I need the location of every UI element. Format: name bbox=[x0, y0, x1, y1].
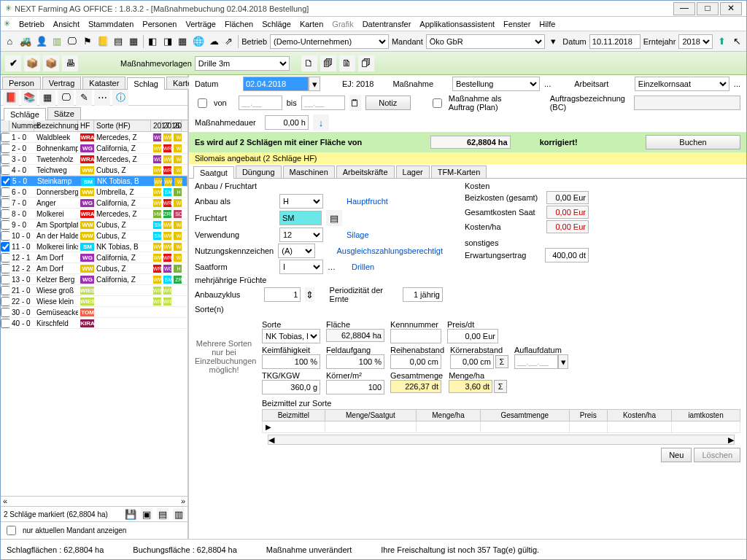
close-button[interactable]: ✕ bbox=[720, 2, 742, 15]
share-icon[interactable]: ⇗ bbox=[223, 34, 236, 50]
menu-flaechen[interactable]: Flächen bbox=[225, 20, 253, 28]
koernerabstand-input[interactable] bbox=[450, 354, 494, 369]
subtab-schlaege[interactable]: Schläge bbox=[4, 108, 46, 120]
auftrag-checkbox[interactable] bbox=[433, 98, 442, 108]
tab-arbeitskraefte[interactable]: Arbeitskräfte bbox=[336, 166, 395, 178]
drillen-link[interactable]: Drillen bbox=[352, 262, 374, 271]
beizmittel-table[interactable]: Beizmittel Menge/Saatgut Menge/ha Gesamt… bbox=[262, 409, 740, 433]
koernerm2-input[interactable] bbox=[326, 380, 384, 394]
tab-tfmkarten[interactable]: TFM-Karten bbox=[431, 166, 487, 178]
nutz-select[interactable]: (A) bbox=[278, 244, 315, 258]
sorte-select[interactable]: NK Tobias, B bbox=[262, 329, 320, 343]
layout2-icon[interactable]: ◨ bbox=[161, 34, 174, 50]
new-doc-icon[interactable]: 🗋 bbox=[301, 55, 317, 71]
tab-saatgut[interactable]: Saatgut bbox=[193, 166, 234, 179]
display-icon[interactable]: 🖵 bbox=[58, 90, 74, 106]
date-picker-icon[interactable]: ▾ bbox=[309, 77, 320, 91]
notiz-button[interactable]: Notiz bbox=[365, 96, 411, 110]
home-icon[interactable]: ⌂ bbox=[4, 34, 16, 50]
col-nummer[interactable]: Nummer bbox=[9, 120, 34, 131]
periodizitaet-input[interactable] bbox=[403, 287, 443, 302]
ausgleich-link[interactable]: Ausgleichszahlungsberechtigt bbox=[336, 246, 443, 255]
col-beizmittel[interactable]: Beizmittel bbox=[263, 410, 325, 421]
maximize-button[interactable]: □ bbox=[697, 2, 719, 15]
erwartung-input[interactable] bbox=[545, 248, 589, 262]
verwendung-select[interactable]: 12 bbox=[279, 228, 323, 242]
keim-input[interactable] bbox=[262, 354, 320, 369]
table-row[interactable]: 2 - 0BohnenkampWGCalifornia, ZWWWRAW bbox=[1, 143, 187, 154]
row-checkbox[interactable] bbox=[1, 166, 9, 175]
cloud-icon[interactable]: ☁ bbox=[208, 34, 220, 50]
feldaufgang-input[interactable] bbox=[326, 354, 384, 369]
table-row[interactable]: 22 - 0Wiese kleinWIESWIESWIES bbox=[1, 296, 187, 307]
col-2016[interactable]: 2016 bbox=[161, 120, 171, 131]
silage-link[interactable]: Silage bbox=[347, 230, 369, 239]
save-icon[interactable]: 💾 bbox=[125, 508, 136, 520]
table-row[interactable]: 40 - 0KirschfeldKIRA bbox=[1, 318, 187, 329]
kennnummer-input[interactable] bbox=[390, 329, 441, 343]
col-gesamtmenge[interactable]: Gesamtmenge bbox=[480, 410, 569, 421]
chart-icon[interactable]: ▦ bbox=[128, 34, 140, 50]
globe-icon[interactable]: 🌐 bbox=[192, 34, 205, 50]
auflauf-date-icon[interactable]: ▾ bbox=[558, 354, 568, 369]
table-row[interactable]: 13 - 0Kelzer BergWGCalifornia, ZWWSMZR bbox=[1, 274, 187, 285]
nav-first-icon[interactable]: « bbox=[3, 497, 7, 506]
doc-save-icon[interactable]: 🗎 bbox=[339, 55, 355, 71]
more-icon[interactable]: ⋯ bbox=[94, 90, 110, 106]
table-row[interactable]: 12 - 1Am DorfWGCalifornia, ZWWWRAW bbox=[1, 252, 187, 263]
bis-input[interactable] bbox=[301, 96, 345, 110]
only-current-mandant-checkbox[interactable] bbox=[7, 526, 16, 535]
tab-person[interactable]: Person bbox=[2, 77, 41, 89]
ellipsis2[interactable]: ... bbox=[734, 79, 740, 88]
table-row[interactable]: 30 - 0GemüseackerTOM bbox=[1, 307, 187, 318]
menu-vertraege[interactable]: Verträge bbox=[185, 20, 216, 28]
doc-copy-icon[interactable]: 🗍 bbox=[358, 55, 374, 71]
menu-stammdaten[interactable]: Stammdaten bbox=[88, 20, 133, 28]
tab-vertrag[interactable]: Vertrag bbox=[42, 77, 81, 89]
von-input[interactable] bbox=[239, 96, 282, 110]
nav-last-icon[interactable]: » bbox=[181, 497, 185, 506]
col-bezeichnung[interactable]: Bezeichnung bbox=[34, 120, 78, 131]
von-checkbox[interactable] bbox=[198, 98, 207, 108]
table-row[interactable]: 7 - 0AngerWGCalifornia, ZWWWRAW bbox=[1, 198, 187, 209]
datum-input[interactable] bbox=[243, 77, 309, 91]
reihenabstand-input[interactable] bbox=[390, 354, 441, 369]
betrieb-select[interactable]: (Demo-Unternehmen) bbox=[270, 34, 389, 49]
col-iamtkosten[interactable]: iamtkosten bbox=[672, 410, 740, 421]
col-kostenha[interactable]: Kosten/ha bbox=[607, 410, 671, 421]
doc-arrow-icon[interactable]: 🗐 bbox=[320, 55, 336, 71]
calendar-icon[interactable]: ▦ bbox=[177, 34, 189, 50]
massnahme-select[interactable]: Bestellung bbox=[452, 77, 540, 91]
erntejahr-select[interactable]: 2018 bbox=[678, 34, 713, 49]
filter-icon[interactable]: ▤ bbox=[112, 34, 125, 50]
datum-field[interactable] bbox=[589, 34, 640, 49]
menu-karten[interactable]: Karten bbox=[300, 20, 323, 28]
table-row[interactable]: 4 - 0TeichwegWWCubus, ZWWWRAW bbox=[1, 165, 187, 176]
menu-hilfe[interactable]: Hilfe bbox=[539, 20, 555, 28]
tool3-icon[interactable]: ▥ bbox=[173, 508, 185, 520]
cursor-icon[interactable]: ↖ bbox=[731, 34, 743, 50]
menu-datentransfer[interactable]: Datentransfer bbox=[363, 20, 411, 28]
hscrollbar[interactable]: ◀▶ bbox=[268, 435, 735, 445]
col-2017[interactable]: 2017 bbox=[151, 120, 161, 131]
subtab-saetze[interactable]: Sätze bbox=[47, 107, 81, 120]
tab-lager[interactable]: Lager bbox=[396, 166, 430, 178]
box-red-icon[interactable]: 📦 bbox=[24, 55, 40, 71]
anbauzyklus-input[interactable] bbox=[264, 287, 301, 302]
stack-icon[interactable]: 📚 bbox=[21, 90, 37, 106]
sigma2-icon[interactable]: Σ bbox=[494, 380, 507, 393]
fruchtart-picker-icon[interactable]: ▤ bbox=[326, 210, 342, 226]
col-preis[interactable]: Preis bbox=[569, 410, 607, 421]
table-row[interactable]: 21 - 0Wiese großWIESWIESWIES bbox=[1, 285, 187, 296]
tab-duengung[interactable]: Düngung bbox=[236, 166, 282, 178]
table-row[interactable]: 11 - 0Molkerei linksSMNK Tobias, BWWWWW bbox=[1, 241, 187, 252]
info-icon[interactable]: ⓘ bbox=[112, 90, 128, 106]
col-20[interactable]: 20 bbox=[171, 120, 182, 131]
grid-icon[interactable]: ▦ bbox=[39, 90, 55, 106]
table-row[interactable]: 3 - 0TwetenholzWRAMercedes, ZWGWWW bbox=[1, 154, 187, 165]
upload-icon[interactable]: ⬆ bbox=[716, 34, 728, 50]
minimize-button[interactable]: — bbox=[673, 2, 695, 15]
table-row[interactable]: 6 - 0DonnersbergWWUmbrella, ZWWSMH bbox=[1, 187, 187, 198]
menu-betrieb[interactable]: Betrieb bbox=[19, 20, 44, 28]
sigma1-icon[interactable]: Σ bbox=[495, 355, 508, 368]
